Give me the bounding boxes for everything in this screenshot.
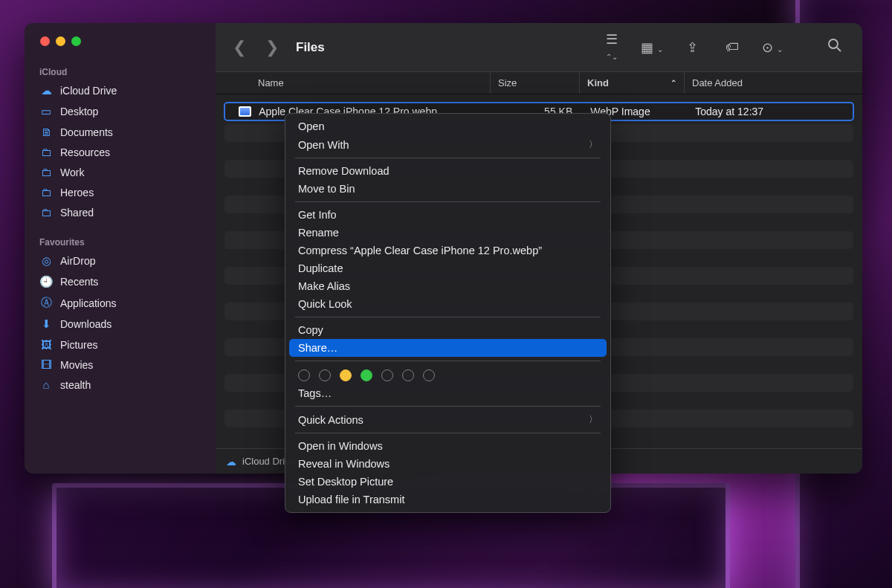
context-menu: Open Open With〉 Remove Download Move to … — [285, 113, 611, 513]
toolbar: ❮ ❯ Files ☰ ⌃⌄ ▦ ⌄ ⇪ 🏷 ⊙ ⌄ — [216, 23, 862, 71]
window-title: Files — [296, 40, 325, 55]
tag-color-picker — [289, 365, 607, 384]
menu-separator — [295, 317, 601, 317]
menu-item-rename[interactable]: Rename — [289, 224, 607, 242]
column-header-size[interactable]: Size — [490, 72, 579, 94]
sidebar-item-work[interactable]: 🗀Work — [33, 162, 207, 182]
sidebar-item-label: Shared — [60, 207, 94, 219]
search-icon — [827, 38, 842, 53]
zoom-window-button[interactable] — [71, 36, 81, 46]
svg-point-0 — [829, 39, 838, 48]
menu-item-compress[interactable]: Compress “Apple Clear Case iPhone 12 Pro… — [289, 242, 607, 259]
sidebar-item-movies[interactable]: 🎞Movies — [33, 355, 207, 375]
sidebar-item-applications[interactable]: ⒶApplications — [33, 292, 207, 314]
cloud-icon: ☁︎ — [226, 456, 236, 468]
sidebar-item-label: Movies — [60, 359, 93, 371]
tag-none[interactable] — [298, 369, 310, 381]
tag-yellow[interactable] — [340, 369, 352, 381]
close-window-button[interactable] — [40, 36, 50, 46]
sidebar-item-desktop[interactable]: ▭Desktop — [33, 101, 207, 122]
tag-blue[interactable] — [381, 369, 393, 381]
group-button[interactable]: ▦ ⌄ — [639, 39, 665, 56]
menu-item-quick-actions[interactable]: Quick Actions〉 — [289, 410, 607, 429]
clock-icon: 🕘 — [39, 275, 53, 288]
sidebar-item-airdrop[interactable]: ◎AirDrop — [33, 251, 207, 271]
folder-icon: 🗀 — [39, 146, 53, 158]
cloud-icon: ☁︎ — [39, 84, 53, 97]
sidebar-item-label: Heroes — [60, 187, 94, 198]
sidebar-item-label: Desktop — [60, 106, 98, 117]
sidebar: iCloud ☁︎iCloud Drive ▭Desktop 🗎Document… — [25, 23, 216, 474]
file-thumbnail-icon — [239, 106, 251, 117]
sidebar-item-heroes[interactable]: 🗀Heroes — [33, 182, 207, 202]
menu-item-copy[interactable]: Copy — [289, 321, 607, 339]
folder-icon: 🗀 — [39, 186, 53, 198]
menu-separator — [295, 158, 601, 158]
menu-item-share[interactable]: Share… — [289, 339, 607, 357]
tag-purple[interactable] — [402, 369, 414, 381]
menu-item-duplicate[interactable]: Duplicate — [289, 259, 607, 277]
menu-item-tags[interactable]: Tags… — [289, 384, 607, 402]
sidebar-item-icloud-drive[interactable]: ☁︎iCloud Drive — [33, 80, 207, 101]
minimize-window-button[interactable] — [56, 36, 65, 46]
column-header-kind[interactable]: Kind⌃ — [579, 72, 684, 94]
menu-item-make-alias[interactable]: Make Alias — [289, 277, 607, 295]
menu-item-upload-transmit[interactable]: Upload file in Transmit — [289, 491, 607, 508]
menu-item-open-with[interactable]: Open With〉 — [289, 135, 607, 154]
forward-button[interactable]: ❯ — [263, 38, 281, 57]
sidebar-item-label: Work — [60, 167, 84, 178]
tags-button[interactable]: 🏷 — [720, 39, 745, 55]
sidebar-item-label: Resources — [60, 146, 110, 158]
sidebar-item-shared[interactable]: 🗀Shared — [33, 202, 207, 222]
sidebar-item-resources[interactable]: 🗀Resources — [33, 142, 207, 162]
view-options-button[interactable]: ☰ ⌃⌄ — [599, 31, 624, 63]
file-date: Today at 12:37 — [688, 106, 763, 117]
menu-item-get-info[interactable]: Get Info — [289, 206, 607, 224]
chevron-right-icon: 〉 — [589, 138, 598, 151]
menu-separator — [295, 406, 601, 407]
menu-item-open[interactable]: Open — [289, 117, 607, 135]
sidebar-item-documents[interactable]: 🗎Documents — [33, 122, 207, 142]
sidebar-item-label: Documents — [60, 126, 113, 138]
more-button[interactable]: ⊙ ⌄ — [760, 39, 785, 56]
sidebar-item-label: AirDrop — [60, 255, 95, 267]
menu-item-set-desktop-picture[interactable]: Set Desktop Picture — [289, 473, 607, 491]
home-icon: ⌂ — [39, 378, 53, 391]
tag-red[interactable] — [319, 369, 331, 381]
sidebar-item-downloads[interactable]: ⬇︎Downloads — [33, 314, 207, 335]
menu-item-reveal-in-windows[interactable]: Reveal in Windows — [289, 455, 607, 473]
desktop-icon: ▭ — [39, 105, 53, 118]
search-button[interactable] — [822, 38, 847, 56]
tag-grey[interactable] — [423, 369, 435, 381]
sidebar-item-label: Applications — [60, 297, 117, 309]
download-icon: ⬇︎ — [39, 317, 53, 331]
sidebar-item-pictures[interactable]: 🖼Pictures — [33, 335, 207, 355]
sidebar-item-label: Pictures — [60, 339, 98, 351]
menu-item-move-to-bin[interactable]: Move to Bin — [289, 180, 607, 198]
sidebar-item-recents[interactable]: 🕘Recents — [33, 271, 207, 292]
movies-icon: 🎞 — [39, 358, 53, 371]
share-button[interactable]: ⇪ — [679, 39, 705, 56]
sidebar-item-home[interactable]: ⌂stealth — [33, 375, 207, 395]
sidebar-item-label: iCloud Drive — [60, 85, 117, 97]
window-controls — [25, 36, 216, 62]
sidebar-item-label: Downloads — [60, 318, 112, 330]
menu-item-quick-look[interactable]: Quick Look — [289, 295, 607, 313]
back-button[interactable]: ❮ — [230, 38, 248, 57]
column-header-date[interactable]: Date Added — [684, 72, 862, 94]
chevron-right-icon: 〉 — [589, 413, 598, 426]
menu-separator — [295, 201, 601, 202]
airdrop-icon: ◎ — [39, 254, 53, 268]
pictures-icon: 🖼 — [39, 338, 53, 351]
sidebar-heading-favourites: Favourites — [33, 233, 207, 251]
tag-green[interactable] — [361, 369, 372, 381]
column-headers: Name Size Kind⌃ Date Added — [216, 71, 862, 94]
sidebar-heading-icloud: iCloud — [33, 62, 207, 80]
column-header-name[interactable]: Name — [216, 77, 490, 88]
svg-line-1 — [837, 48, 841, 51]
menu-separator — [295, 433, 601, 433]
applications-icon: Ⓐ — [39, 296, 53, 310]
menu-item-remove-download[interactable]: Remove Download — [289, 162, 607, 180]
menu-item-open-in-windows[interactable]: Open in Windows — [289, 437, 607, 455]
menu-separator — [295, 361, 601, 361]
